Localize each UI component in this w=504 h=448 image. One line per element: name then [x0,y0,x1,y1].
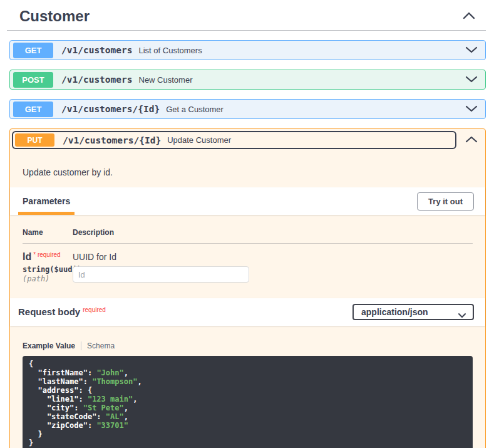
expand-button[interactable] [465,75,478,85]
column-header-name: Name [23,228,73,237]
endpoint-summary-row[interactable]: POST /v1/customers New Customer [10,70,485,89]
chevron-down-icon [458,310,466,320]
endpoint-summary: Update Customer [167,135,231,145]
endpoint-path: /v1/customers [61,75,133,85]
endpoint-summary: Get a Customer [166,105,224,114]
section-collapse-button[interactable] [462,12,476,21]
expand-button[interactable] [465,105,478,114]
parameter-description-cell: UUID for Id [73,251,473,283]
tab-example-value[interactable]: Example Value [23,341,75,350]
endpoint-post-customers: POST /v1/customers New Customer [9,70,486,90]
method-badge: PUT [15,133,54,147]
section-divider [7,30,486,31]
example-code-block: { "firstName": "John", "lastName": "Thom… [23,356,473,448]
endpoint-put-customer: PUT /v1/customers/{Id} Update Customer U… [9,128,486,448]
chevron-down-icon [465,75,478,85]
request-body-required-badge: required [83,306,106,313]
request-body-label: Request body [18,306,80,317]
parameters-header-strip: Parameters Try it out [10,187,485,215]
chevron-up-icon [465,135,478,145]
content-type-select[interactable]: application/json [352,304,474,320]
endpoint-summary: New Customer [139,75,193,85]
parameters-tab[interactable]: Parameters [18,187,75,215]
expand-button[interactable] [465,46,478,55]
parameter-id-input[interactable] [73,266,249,283]
tab-schema[interactable]: Schema [87,341,115,350]
endpoint-get-customer-by-id: GET /v1/customers/{Id} Get a Customer [9,99,486,119]
parameter-type: string($uudi) [23,265,73,274]
method-badge: GET [13,43,53,58]
section-title: Customer [19,8,90,25]
endpoint-path: /v1/customers/{Id} [63,135,161,145]
parameters-table: Name Description Id* required string($uu… [10,215,485,298]
endpoint-get-customers: GET /v1/customers List of Customers [9,40,486,60]
parameter-name-cell: Id* required string($uudi) (path) [23,251,73,283]
parameter-row-id: Id* required string($uudi) (path) UUID f… [23,244,473,283]
swagger-customer-section: Customer GET /v1/customers List of Custo… [0,0,504,448]
parameter-location: (path) [23,274,73,283]
collapse-button[interactable] [465,135,478,145]
endpoint-summary-row[interactable]: PUT /v1/customers/{Id} Update Customer [12,131,456,149]
chevron-down-icon [465,105,478,114]
parameters-table-header: Name Description [23,228,473,244]
parameter-required-badge: * required [33,251,60,258]
tab-separator [81,341,81,350]
column-header-description: Description [73,228,114,237]
endpoint-path: /v1/customers/{Id} [61,104,160,114]
parameter-name: Id [23,251,31,262]
chevron-up-icon [462,12,476,21]
model-example-section: Example Value Schema { "firstName": "Joh… [10,326,485,448]
parameter-description: UUID for Id [73,251,473,262]
method-badge: GET [13,102,53,117]
endpoint-summary-row[interactable]: GET /v1/customers/{Id} Get a Customer [10,100,485,118]
request-body-strip: Request bodyrequired application/json [10,298,485,326]
operation-description: Update customer by id. [10,151,485,187]
endpoint-summary: List of Customers [139,46,202,55]
try-it-out-button[interactable]: Try it out [417,192,474,211]
endpoint-summary-row[interactable]: GET /v1/customers List of Customers [10,41,485,60]
content-type-value: application/json [361,307,428,317]
chevron-down-icon [465,46,478,55]
section-header: Customer [9,8,486,30]
request-body-label-group: Request bodyrequired [18,306,106,318]
put-summary-wrap: PUT /v1/customers/{Id} Update Customer [10,129,485,151]
method-badge: POST [13,72,53,88]
example-tabs: Example Value Schema [23,341,473,350]
endpoint-path: /v1/customers [61,45,133,55]
